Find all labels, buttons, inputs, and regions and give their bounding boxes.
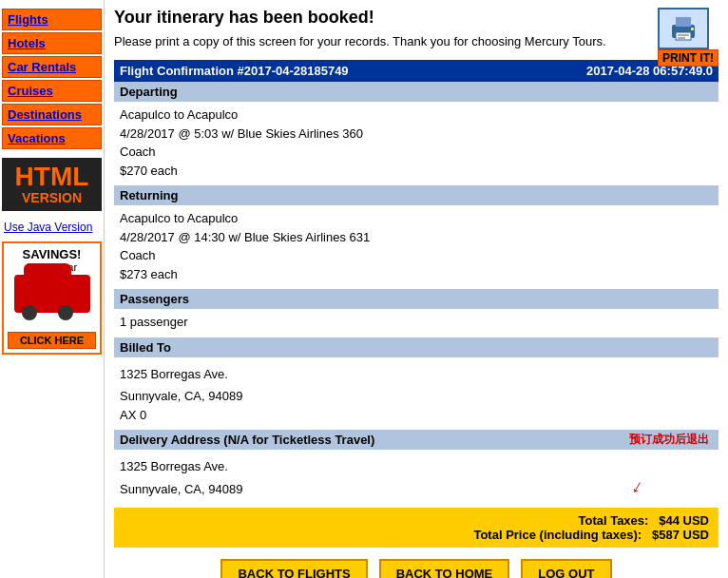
back-to-flights-button[interactable]: BACK TO FLIGHTS: [220, 559, 367, 578]
sidebar-item-vacations[interactable]: Vacations: [2, 127, 102, 149]
sidebar-item-hotels[interactable]: Hotels: [2, 32, 102, 54]
billed-address-line2: Sunnyvale, CA, 94089: [120, 387, 713, 406]
html-label: HTML: [6, 164, 98, 190]
printer-icon: [658, 8, 709, 49]
annotation-text: 预订成功后退出: [629, 432, 709, 448]
svg-rect-1: [676, 17, 691, 27]
confirmation-label: Flight Confirmation #2017-04-28185749: [120, 64, 349, 78]
savings-title: SAVINGS!: [8, 247, 96, 261]
use-java-link[interactable]: Use Java Version: [4, 221, 100, 234]
savings-box[interactable]: SAVINGS! Rent A Car CLICK HERE: [2, 241, 102, 355]
html-version-box: HTML VERSION: [2, 158, 102, 211]
sidebar-item-destinations[interactable]: Destinations: [2, 104, 102, 125]
returning-detail3: $273 each: [120, 265, 713, 284]
main-content: PRINT IT! Your itinerary has been booked…: [105, 0, 728, 578]
sidebar-item-car-rentals[interactable]: Car Rentals: [2, 56, 102, 78]
intro-text: Please print a copy of this screen for y…: [114, 33, 718, 50]
passengers-value: 1 passenger: [120, 313, 713, 332]
departing-route: Acapulco to Acapulco: [120, 106, 713, 125]
passengers-content: 1 passenger: [114, 309, 718, 337]
sidebar: Flights Hotels Car Rentals Cruises Desti…: [0, 0, 105, 578]
sidebar-item-cruises[interactable]: Cruises: [2, 80, 102, 102]
departing-detail1: 4/28/2017 @ 5:03 w/ Blue Skies Airlines …: [120, 125, 713, 144]
departing-content: Acapulco to Acapulco 4/28/2017 @ 5:03 w/…: [114, 102, 718, 185]
svg-rect-3: [678, 34, 689, 36]
svg-rect-4: [678, 37, 685, 39]
delivery-content: 1325 Borregas Ave. Sunnyvale, CA, 94089: [114, 450, 718, 504]
billed-address-line3: AX 0: [120, 406, 713, 425]
click-here-button[interactable]: CLICK HERE: [8, 332, 96, 349]
departing-detail3: $270 each: [120, 162, 713, 181]
returning-header: Returning: [114, 185, 718, 205]
billed-to-header: Billed To: [114, 337, 718, 357]
total-line: Total Price (including taxes): $587 USD: [124, 528, 709, 542]
confirmation-header: Flight Confirmation #2017-04-28185749 20…: [114, 60, 718, 82]
taxes-value: $44 USD: [659, 513, 709, 528]
sidebar-item-flights[interactable]: Flights: [2, 9, 102, 30]
delivery-header: Delivery Address (N/A for Ticketless Tra…: [114, 430, 718, 450]
delivery-address-line1: 1325 Borregas Ave.: [120, 457, 713, 476]
version-label: VERSION: [6, 190, 98, 205]
taxes-label: Total Taxes:: [578, 513, 648, 528]
taxes-line: Total Taxes: $44 USD: [124, 513, 709, 528]
total-bar: Total Taxes: $44 USD Total Price (includ…: [114, 508, 718, 548]
back-to-home-button[interactable]: BACK TO HOME: [379, 559, 510, 578]
log-out-button[interactable]: LOG OUT: [521, 559, 611, 578]
print-button-area[interactable]: PRINT IT!: [658, 8, 718, 67]
svg-rect-5: [691, 28, 694, 30]
total-label: Total Price (including taxes):: [473, 528, 642, 542]
billed-address-line1: 1325 Borregas Ave.: [120, 365, 713, 384]
delivery-address-line2: Sunnyvale, CA, 94089: [120, 480, 713, 499]
page-title: Your itinerary has been booked!: [114, 8, 718, 28]
returning-detail1: 4/28/2017 @ 14:30 w/ Blue Skies Airlines…: [120, 228, 713, 247]
returning-content: Acapulco to Acapulco 4/28/2017 @ 14:30 w…: [114, 205, 718, 289]
returning-route: Acapulco to Acapulco: [120, 209, 713, 228]
departing-detail2: Coach: [120, 143, 713, 162]
print-label[interactable]: PRINT IT!: [658, 49, 718, 67]
total-value: $587 USD: [652, 528, 709, 542]
returning-detail2: Coach: [120, 246, 713, 265]
bottom-buttons: BACK TO FLIGHTS BACK TO HOME LOG OUT: [114, 559, 718, 578]
billed-to-content: 1325 Borregas Ave. Sunnyvale, CA, 94089 …: [114, 357, 718, 431]
departing-header: Departing: [114, 82, 718, 102]
car-image: [14, 275, 90, 313]
passengers-header: Passengers: [114, 289, 718, 309]
